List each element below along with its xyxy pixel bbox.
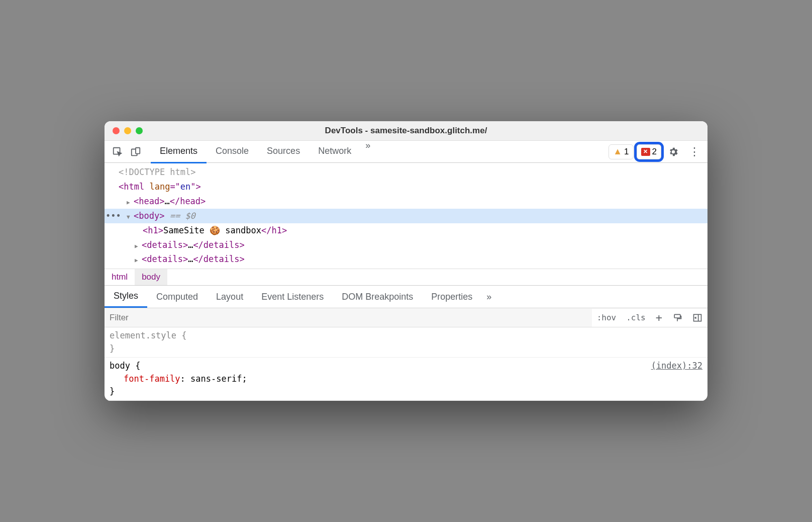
dom-tree[interactable]: <!DOCTYPE html> <html lang="en"> ▶<head>… <box>105 163 707 269</box>
warning-icon: ▲ <box>613 146 622 157</box>
expand-triangle-icon[interactable]: ▶ <box>135 256 142 266</box>
maximize-window-button[interactable] <box>136 127 143 134</box>
expand-triangle-icon[interactable]: ▶ <box>127 198 134 208</box>
styles-toolbar: :hov .cls + <box>105 308 707 327</box>
dom-head[interactable]: ▶<head>…</head> <box>105 194 707 209</box>
window-title: DevTools - samesite-sandbox.glitch.me/ <box>325 126 487 136</box>
styles-pane: element.style { } (index):32 body { font… <box>105 327 707 401</box>
dom-details-1[interactable]: ▶<details>…</details> <box>105 238 707 252</box>
body-style-block[interactable]: (index):32 body { font-family: sans-seri… <box>105 358 707 401</box>
hov-button[interactable]: :hov <box>592 308 622 327</box>
issues-count: 2 <box>652 147 657 157</box>
traffic-lights <box>113 127 143 134</box>
collapse-triangle-icon[interactable]: ▼ <box>127 213 134 222</box>
minimize-window-button[interactable] <box>124 127 131 134</box>
eq-dollar-zero: == $0 <box>164 211 195 221</box>
panel-tabs: Elements Console Sources Network » <box>151 140 375 163</box>
settings-icon[interactable] <box>664 143 682 161</box>
warnings-button[interactable]: ▲ 1 <box>608 144 633 159</box>
styles-filter-input[interactable] <box>105 309 592 327</box>
devtools-window: DevTools - samesite-sandbox.glitch.me/ E… <box>105 121 707 401</box>
issues-icon: ✕ <box>641 148 650 156</box>
issues-button[interactable]: ✕ 2 <box>637 144 661 159</box>
sub-tab-layout[interactable]: Layout <box>207 287 252 307</box>
sub-tab-computed[interactable]: Computed <box>147 287 207 307</box>
more-tabs-icon[interactable]: » <box>360 140 375 163</box>
breadcrumb-body[interactable]: body <box>135 269 167 285</box>
styles-sub-tabs: Styles Computed Layout Event Listeners D… <box>105 285 707 308</box>
warning-count: 1 <box>624 147 629 157</box>
paint-icon[interactable] <box>667 308 687 327</box>
tab-sources[interactable]: Sources <box>258 140 309 163</box>
sub-tab-styles[interactable]: Styles <box>105 286 147 308</box>
tab-elements[interactable]: Elements <box>151 140 207 163</box>
source-link[interactable]: (index):32 <box>651 360 702 373</box>
expand-triangle-icon[interactable]: ▶ <box>135 242 142 251</box>
device-toggle-icon[interactable] <box>127 143 145 161</box>
toolbar-right: ▲ 1 ✕ 2 ⋮ <box>608 143 703 161</box>
breadcrumb: html body <box>105 269 707 285</box>
svg-rect-3 <box>674 314 680 318</box>
tab-console[interactable]: Console <box>207 140 258 163</box>
inspect-element-icon[interactable] <box>109 143 127 161</box>
element-style-block[interactable]: element.style { } <box>105 327 707 358</box>
close-brace: } <box>110 385 702 398</box>
breadcrumb-html[interactable]: html <box>105 269 135 285</box>
svg-rect-2 <box>136 147 140 153</box>
element-style-selector: element.style { <box>110 329 702 342</box>
more-sub-tabs-icon[interactable]: » <box>481 292 496 302</box>
cls-button[interactable]: .cls <box>621 308 651 327</box>
body-selector: body { <box>110 360 702 373</box>
close-brace: } <box>110 342 702 356</box>
dom-doctype[interactable]: <!DOCTYPE html> <box>105 165 707 180</box>
dom-h1[interactable]: <h1>SameSite 🍪 sandbox</h1> <box>105 223 707 238</box>
dom-html-open[interactable]: <html lang="en"> <box>105 180 707 194</box>
titlebar: DevTools - samesite-sandbox.glitch.me/ <box>105 121 707 141</box>
sub-tab-dom-breakpoints[interactable]: DOM Breakpoints <box>333 287 422 307</box>
new-style-rule-button[interactable]: + <box>651 308 667 327</box>
css-prop-name[interactable]: font-family <box>124 374 180 384</box>
sub-tab-event-listeners[interactable]: Event Listeners <box>252 287 333 307</box>
dom-body-selected[interactable]: •••▼<body> == $0 <box>105 209 707 223</box>
kebab-menu-icon[interactable]: ⋮ <box>685 143 703 161</box>
main-toolbar: Elements Console Sources Network » ▲ 1 ✕… <box>105 141 707 163</box>
close-window-button[interactable] <box>113 127 120 134</box>
sub-tab-properties[interactable]: Properties <box>422 287 481 307</box>
tab-network[interactable]: Network <box>309 140 360 163</box>
css-prop-value[interactable]: sans-serif; <box>190 374 247 384</box>
toggle-sidebar-icon[interactable] <box>687 308 707 327</box>
dom-details-2[interactable]: ▶<details>…</details> <box>105 252 707 267</box>
